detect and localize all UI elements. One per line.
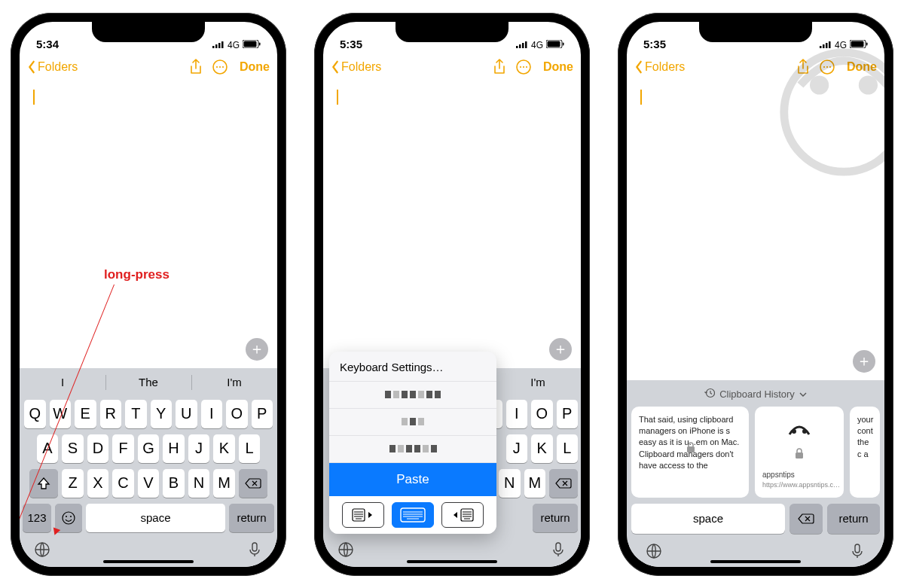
emoji-key[interactable]: [55, 504, 82, 532]
network-label: 4G: [228, 40, 240, 50]
key-l[interactable]: L: [239, 434, 261, 463]
suggestion-1[interactable]: I: [20, 368, 105, 397]
suggestion-2[interactable]: The: [105, 368, 191, 397]
note-editor[interactable]: ＋: [20, 82, 277, 368]
key-i[interactable]: I: [506, 400, 528, 428]
key-m[interactable]: M: [213, 469, 235, 498]
clipboard-history-header[interactable]: Clipboard History: [631, 385, 880, 407]
key-c[interactable]: C: [112, 469, 134, 498]
svg-rect-6: [259, 42, 261, 45]
key-z[interactable]: Z: [62, 469, 84, 498]
key-m[interactable]: M: [524, 469, 546, 498]
key-x[interactable]: X: [87, 469, 109, 498]
key-t[interactable]: T: [125, 400, 147, 428]
back-button[interactable]: Folders: [27, 60, 78, 74]
note-editor[interactable]: ＋: [323, 82, 581, 368]
suggestion-3[interactable]: I'm: [191, 368, 277, 397]
battery-icon: [243, 40, 261, 50]
dock-left-button[interactable]: [342, 502, 384, 528]
key-p[interactable]: P: [557, 400, 579, 428]
more-icon[interactable]: [515, 59, 533, 75]
mic-icon[interactable]: [848, 542, 866, 563]
share-icon[interactable]: [187, 59, 205, 75]
tutorial-stage: 5:34 4G Folders: [0, 0, 904, 588]
space-key[interactable]: space: [86, 504, 225, 532]
svg-point-26: [526, 66, 527, 67]
back-button[interactable]: Folders: [634, 60, 685, 74]
key-k[interactable]: K: [213, 434, 235, 463]
add-attachment-button[interactable]: ＋: [853, 350, 875, 373]
keyboard-option-3[interactable]: [329, 436, 496, 463]
svg-rect-29: [353, 509, 365, 521]
watermark-icon: [776, 44, 884, 180]
key-d[interactable]: D: [87, 434, 109, 463]
svg-rect-3: [221, 41, 224, 48]
svg-point-48: [792, 429, 796, 434]
back-label: Folders: [38, 60, 78, 74]
key-q[interactable]: Q: [24, 400, 46, 428]
clip-card-3[interactable]: your cont the c a: [850, 407, 880, 498]
dock-center-button[interactable]: [392, 502, 434, 528]
share-icon[interactable]: [490, 59, 508, 75]
status-time: 5:35: [643, 38, 666, 50]
key-f[interactable]: F: [112, 434, 134, 463]
globe-icon[interactable]: [337, 541, 355, 562]
svg-point-10: [222, 66, 224, 67]
svg-rect-2: [218, 43, 221, 48]
lock-icon: [686, 441, 696, 456]
add-attachment-button[interactable]: ＋: [246, 338, 268, 361]
more-icon[interactable]: [211, 59, 229, 75]
key-l[interactable]: L: [557, 434, 579, 463]
globe-icon[interactable]: [33, 541, 51, 562]
signal-icon: [516, 40, 528, 50]
suggestion-3[interactable]: I'm: [495, 368, 581, 397]
svg-rect-30: [401, 508, 425, 522]
key-e[interactable]: E: [75, 400, 96, 428]
key-row-3: Z X C V B N M: [20, 466, 277, 501]
globe-icon[interactable]: [645, 542, 663, 563]
return-key[interactable]: return: [533, 504, 578, 532]
paste-button[interactable]: Paste: [329, 463, 496, 496]
key-k[interactable]: K: [531, 434, 553, 463]
clipboard-history-label: Clipboard History: [719, 388, 795, 400]
key-o[interactable]: O: [531, 400, 553, 428]
svg-point-8: [216, 66, 218, 67]
key-s[interactable]: S: [62, 434, 84, 463]
return-key[interactable]: return: [229, 504, 274, 532]
key-v[interactable]: V: [138, 469, 160, 498]
backspace-key[interactable]: [239, 469, 267, 498]
key-j[interactable]: J: [188, 434, 210, 463]
key-o[interactable]: O: [226, 400, 248, 428]
back-button[interactable]: Folders: [331, 60, 381, 74]
space-key[interactable]: space: [631, 504, 785, 534]
clip-card-2[interactable]: appsntips https://www.appsntips.c…: [755, 407, 844, 498]
keyboard-settings-item[interactable]: Keyboard Settings…: [329, 352, 496, 382]
key-j[interactable]: J: [506, 434, 528, 463]
key-h[interactable]: H: [163, 434, 185, 463]
mic-icon[interactable]: [549, 541, 567, 562]
key-p[interactable]: P: [252, 400, 273, 428]
done-button[interactable]: Done: [240, 60, 270, 74]
key-r[interactable]: R: [100, 400, 122, 428]
key-i[interactable]: I: [201, 400, 223, 428]
battery-icon: [546, 40, 564, 50]
mic-icon[interactable]: [246, 541, 264, 562]
keyboard-option-1[interactable]: [329, 382, 496, 409]
key-n[interactable]: N: [499, 469, 521, 498]
key-y[interactable]: Y: [151, 400, 173, 428]
key-b[interactable]: B: [163, 469, 185, 498]
clip-card-1[interactable]: That said, using clipboard managers on i…: [631, 407, 749, 498]
keyboard-option-2[interactable]: [329, 409, 496, 436]
key-n[interactable]: N: [188, 469, 210, 498]
key-w[interactable]: W: [50, 400, 72, 428]
backspace-key[interactable]: [789, 504, 823, 534]
numbers-key[interactable]: 123: [23, 504, 51, 532]
backspace-key[interactable]: [549, 469, 578, 498]
key-g[interactable]: G: [138, 434, 160, 463]
key-u[interactable]: U: [176, 400, 197, 428]
signal-icon: [212, 40, 224, 50]
add-attachment-button[interactable]: ＋: [549, 338, 572, 361]
done-button[interactable]: Done: [543, 60, 573, 74]
dock-right-button[interactable]: [441, 502, 484, 528]
return-key[interactable]: return: [827, 504, 880, 534]
